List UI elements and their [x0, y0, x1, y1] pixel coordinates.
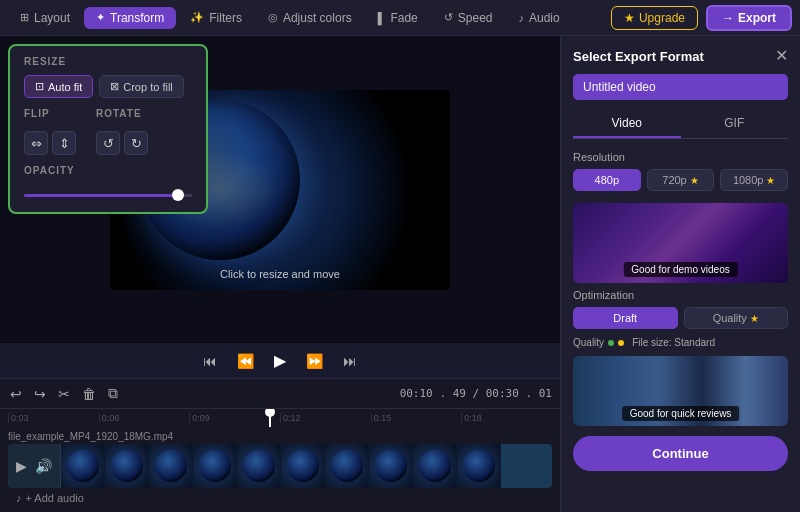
tab-gif[interactable]: GIF	[681, 110, 789, 138]
layout-icon: ⊞	[20, 11, 29, 24]
tab-gif-label: GIF	[724, 116, 744, 130]
quality-dot-green	[608, 340, 614, 346]
res-1080p-star: ★	[766, 175, 775, 186]
duplicate-button[interactable]: ⧉	[106, 383, 120, 404]
opacity-slider[interactable]	[24, 194, 192, 197]
fade-icon: ▌	[378, 12, 386, 24]
quality-dot-yellow	[618, 340, 624, 346]
tab-layout[interactable]: ⊞ Layout	[8, 7, 82, 29]
optim-draft-label: Draft	[613, 312, 637, 324]
add-audio-button[interactable]: ♪ + Add audio	[8, 488, 552, 508]
resize-label: RESIZE	[24, 56, 192, 67]
tab-video[interactable]: Video	[573, 110, 681, 138]
optim-quality-button[interactable]: Quality ★	[684, 307, 789, 329]
opacity-slider-wrapper	[24, 188, 192, 202]
thumb-frame-2	[149, 444, 193, 488]
tab-audio-label: Audio	[529, 11, 560, 25]
tab-adjust-label: Adjust colors	[283, 11, 352, 25]
step-back-button[interactable]: ⏪	[233, 351, 258, 371]
close-button[interactable]: ✕	[775, 48, 788, 64]
opacity-section: OPACITY	[24, 165, 192, 202]
optimization-preview-label: Good for quick reviews	[622, 406, 740, 421]
flip-section: FLIP ⇔ ⇕	[24, 108, 76, 155]
tab-transform-label: Transform	[110, 11, 164, 25]
tab-fade[interactable]: ▌ Fade	[366, 7, 430, 29]
cut-button[interactable]: ✂	[56, 384, 72, 404]
res-720p-star: ★	[690, 175, 699, 186]
optimization-preview: Good for quick reviews	[573, 356, 788, 426]
file-size-label: File size: Standard	[632, 337, 715, 348]
thumb-frame-1	[105, 444, 149, 488]
delete-button[interactable]: 🗑	[80, 384, 98, 404]
undo-button[interactable]: ↩	[8, 384, 24, 404]
time-total-frames: 01	[539, 387, 552, 400]
rotate-icons: ↺ ↻	[96, 131, 148, 155]
track-mute-button[interactable]: 🔊	[33, 456, 54, 476]
thumb-frame-6	[325, 444, 369, 488]
ruler-mark-3: 0:12	[280, 413, 371, 423]
playhead[interactable]	[269, 409, 271, 427]
res-1080p-button[interactable]: 1080p ★	[720, 169, 788, 191]
tab-fade-label: Fade	[390, 11, 417, 25]
export-arrow-icon: →	[722, 11, 734, 25]
skip-start-button[interactable]: ⏮	[199, 351, 221, 371]
step-forward-button[interactable]: ⏩	[302, 351, 327, 371]
crop-to-fill-button[interactable]: ⊠ Crop to fill	[99, 75, 184, 98]
continue-label: Continue	[652, 446, 708, 461]
collapse-tab[interactable]: ‹	[560, 254, 561, 294]
upgrade-button[interactable]: ★ Upgrade	[611, 6, 698, 30]
flip-rotate-row: FLIP ⇔ ⇕ ROTATE ↺ ↻	[24, 108, 192, 155]
export-button[interactable]: → Export	[706, 5, 792, 31]
ruler-mark-5: 0:18	[461, 413, 552, 423]
thumb-frame-7	[369, 444, 413, 488]
project-name-input[interactable]	[573, 74, 788, 100]
ruler-mark-4: 0:15	[371, 413, 462, 423]
crop-to-fill-label: Crop to fill	[123, 81, 173, 93]
tab-adjust[interactable]: ◎ Adjust colors	[256, 7, 364, 29]
resolution-preview-label: Good for demo videos	[623, 262, 737, 277]
thumb-frame-4	[237, 444, 281, 488]
ruler-marks: 0:03 0:06 0:09 0:12 0:15 0:18	[8, 413, 552, 423]
res-480p-button[interactable]: 480p	[573, 169, 641, 191]
play-button[interactable]: ▶	[270, 349, 290, 372]
resize-buttons: ⊡ Auto fit ⊠ Crop to fill	[24, 75, 192, 98]
auto-fit-label: Auto fit	[48, 81, 82, 93]
flip-vertical-button[interactable]: ⇕	[52, 131, 76, 155]
tab-video-label: Video	[612, 116, 642, 130]
format-tabs: Video GIF	[573, 110, 788, 139]
tab-audio[interactable]: ♪ Audio	[507, 7, 572, 29]
time-dot: .	[439, 387, 446, 400]
optim-quality-label: Quality	[713, 312, 747, 324]
thumb-frame-9	[457, 444, 501, 488]
auto-fit-button[interactable]: ⊡ Auto fit	[24, 75, 93, 98]
export-panel: ‹ Select Export Format ✕ Video GIF Resol…	[560, 36, 800, 512]
continue-button[interactable]: Continue	[573, 436, 788, 471]
playback-controls: ⏮ ⏪ ▶ ⏩ ⏭	[0, 343, 560, 378]
tab-speed[interactable]: ↺ Speed	[432, 7, 505, 29]
left-panel: RESIZE ⊡ Auto fit ⊠ Crop to fill FLIP ⇔ …	[0, 36, 560, 512]
upgrade-label: Upgrade	[639, 11, 685, 25]
add-audio-label: + Add audio	[26, 492, 84, 504]
optim-draft-button[interactable]: Draft	[573, 307, 678, 329]
track-play-button[interactable]: ▶	[14, 456, 29, 476]
transform-panel: RESIZE ⊡ Auto fit ⊠ Crop to fill FLIP ⇔ …	[8, 44, 208, 214]
tab-filters[interactable]: ✨ Filters	[178, 7, 254, 29]
thumb-frame-5	[281, 444, 325, 488]
star-icon: ★	[624, 11, 635, 25]
video-track[interactable]: ▶ 🔊	[8, 444, 552, 488]
timeline-ruler: 0:03 0:06 0:09 0:12 0:15 0:18	[0, 409, 560, 427]
flip-icons: ⇔ ⇕	[24, 131, 76, 155]
skip-end-button[interactable]: ⏭	[339, 351, 361, 371]
res-720p-button[interactable]: 720p ★	[647, 169, 715, 191]
track-label: file_example_MP4_1920_18MG.mp4	[8, 431, 552, 442]
redo-button[interactable]: ↪	[32, 384, 48, 404]
rotate-left-button[interactable]: ↺	[96, 131, 120, 155]
main-content: RESIZE ⊡ Auto fit ⊠ Crop to fill FLIP ⇔ …	[0, 36, 800, 512]
tab-transform[interactable]: ✦ Transform	[84, 7, 176, 29]
tab-speed-label: Speed	[458, 11, 493, 25]
flip-horizontal-button[interactable]: ⇔	[24, 131, 48, 155]
nav-right: ★ Upgrade → Export	[611, 5, 792, 31]
rotate-right-button[interactable]: ↻	[124, 131, 148, 155]
filters-icon: ✨	[190, 11, 204, 24]
panel-title: Select Export Format	[573, 49, 704, 64]
